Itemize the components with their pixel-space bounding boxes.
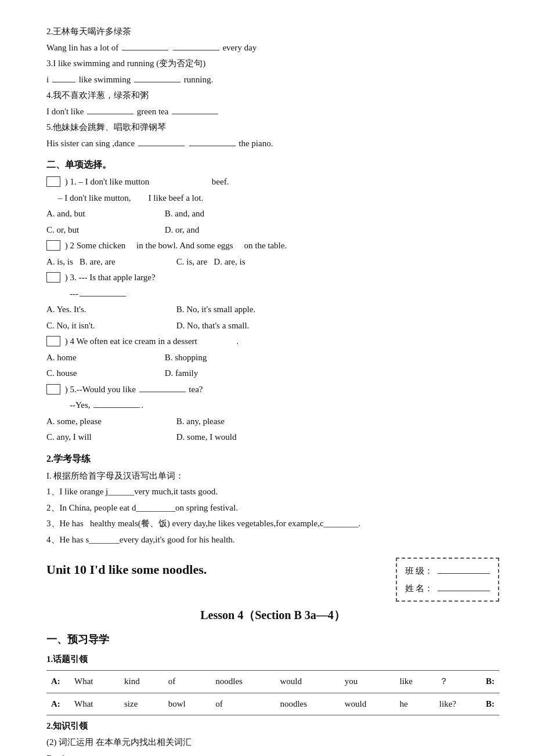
vocab-header: (2) 词汇运用 在本单元内找出相关词汇 bbox=[46, 735, 499, 750]
q2-blank2 bbox=[173, 50, 219, 50]
vocab-3: 3、He has healthy meals(餐、饭) every day,he… bbox=[46, 516, 499, 531]
food-label: Food： bbox=[46, 751, 499, 756]
q4-blank1 bbox=[87, 114, 134, 114]
part2-title: 二、单项选择。 bbox=[46, 157, 499, 172]
q2-title: 2.王林每天喝许多绿茶 bbox=[46, 24, 499, 39]
d1-col7: like bbox=[395, 671, 435, 693]
mc-5-blank2: --Yes, . bbox=[70, 398, 499, 413]
dialogue1-label-b: B: bbox=[481, 671, 499, 693]
section-a-title: 一、预习导学 bbox=[46, 631, 499, 649]
d2-col3: bowl bbox=[164, 693, 211, 715]
lesson-title: Lesson 4（Section B 3a—4） bbox=[46, 605, 499, 625]
q3-eng: i like swimming running. bbox=[46, 73, 499, 88]
d1-col2: kind bbox=[120, 671, 164, 693]
mc-1-stem: ) 1. – I don't like mutton beef. bbox=[46, 175, 499, 190]
mc-2-stem: ) 2 Some chicken in the bowl. And some e… bbox=[46, 238, 499, 254]
dialogue-table: A: What kind of noodles would you like ？… bbox=[46, 670, 499, 715]
unit-header: Unit 10 I'd like some noodles. 班 级： 姓 名： bbox=[46, 558, 499, 602]
mc-3-blank: --- bbox=[70, 287, 499, 302]
q3-blank1 bbox=[52, 82, 75, 82]
page: 2.王林每天喝许多绿茶 Wang lin has a lot of every … bbox=[0, 0, 534, 756]
d2-col1: What bbox=[70, 693, 120, 715]
mc-3-options2: C. No, it isn't. D. No, that's a small. bbox=[46, 319, 499, 334]
vocab-1: 1、I like orange j______very much,it tast… bbox=[46, 484, 499, 500]
unit-title: Unit 10 I'd like some noodles. bbox=[46, 559, 396, 580]
q3-title: 3.I like swimming and running (变为否定句) bbox=[46, 56, 499, 71]
mc-4-options: A. home B. shopping bbox=[46, 350, 499, 366]
d2-col7: he bbox=[395, 693, 435, 715]
d1-col8: ？ bbox=[435, 671, 481, 693]
q5-title: 5.他妹妹会跳舞、唱歌和弹钢琴 bbox=[46, 120, 499, 135]
q2-eng: Wang lin has a lot of every day bbox=[46, 41, 499, 56]
mc-1-options: A. and, but B. and, and bbox=[46, 207, 499, 222]
q2-blank1 bbox=[122, 50, 168, 50]
dialogue1-label-a: A: bbox=[46, 671, 70, 693]
part3-title: 2.学考导练 bbox=[46, 451, 499, 466]
mc-5-options: A. some, please B. any, please bbox=[46, 414, 499, 429]
q3-blank2 bbox=[134, 82, 181, 82]
dialogue2-label-b: B: bbox=[481, 693, 499, 715]
knowledge-header: 2.知识引领 bbox=[46, 719, 499, 734]
q4-title: 4.我不喜欢洋葱，绿茶和粥 bbox=[46, 88, 499, 103]
d1-col4: noodles bbox=[211, 671, 275, 693]
d2-col2: size bbox=[120, 693, 164, 715]
vocab-4: 4、He has s_______every day,it's good for… bbox=[46, 533, 499, 548]
d1-col1: What bbox=[70, 671, 120, 693]
q4-eng: I don't like green tea bbox=[46, 104, 499, 120]
d1-col6: you bbox=[340, 671, 395, 693]
mc-1-options2: C. or, but D. or, and bbox=[46, 223, 499, 238]
d2-col6: would bbox=[340, 693, 395, 715]
d2-col4: of bbox=[211, 693, 275, 715]
mc-4-bracket bbox=[46, 336, 60, 346]
d1-col3: of bbox=[164, 671, 211, 693]
mc-2-bracket bbox=[46, 240, 60, 251]
q5-blank1 bbox=[138, 146, 185, 146]
dialogue-row-2: A: What size bowl of noodles would he li… bbox=[46, 693, 499, 715]
mc-5-bracket bbox=[46, 384, 60, 395]
d1-col5: would bbox=[275, 671, 340, 693]
part3-sub: I. 根据所给首字母及汉语写出单词： bbox=[46, 469, 499, 484]
mc-5-options2: C. any, I will D. some, I would bbox=[46, 430, 499, 445]
q4-blank2 bbox=[172, 114, 218, 114]
class-box: 班 级： 姓 名： bbox=[396, 558, 500, 602]
mc-3-options: A. Yes. It's. B. No, it's small apple. bbox=[46, 302, 499, 317]
mc-3-bracket bbox=[46, 272, 60, 283]
mc-2-options: A. is, is B. are, are C. is, are D. are,… bbox=[46, 255, 499, 270]
topic-header: 1.话题引领 bbox=[46, 652, 499, 667]
mc-1-bracket bbox=[46, 176, 60, 187]
dialogue-row-1: A: What kind of noodles would you like ？… bbox=[46, 671, 499, 693]
mc-4-stem: ) 4 We often eat ice cream in a dessert … bbox=[46, 334, 499, 349]
vocab-2: 2、In China, people eat d_________on spri… bbox=[46, 501, 499, 516]
q5-blank2 bbox=[189, 146, 236, 146]
dialogue2-label-a: A: bbox=[46, 693, 70, 715]
mc-1-stem2: – I don't like mutton, I like beef a lot… bbox=[58, 191, 499, 206]
mc-3-stem: ) 3. --- Is that apple large? bbox=[46, 270, 499, 285]
q5-eng: His sister can sing ,dance the piano. bbox=[46, 136, 499, 151]
mc-4-options2: C. house D. family bbox=[46, 366, 499, 381]
d2-col8: like? bbox=[435, 693, 481, 715]
mc-5-stem: ) 5.--Would you like tea? bbox=[46, 382, 499, 397]
d2-col5: noodles bbox=[275, 693, 340, 715]
